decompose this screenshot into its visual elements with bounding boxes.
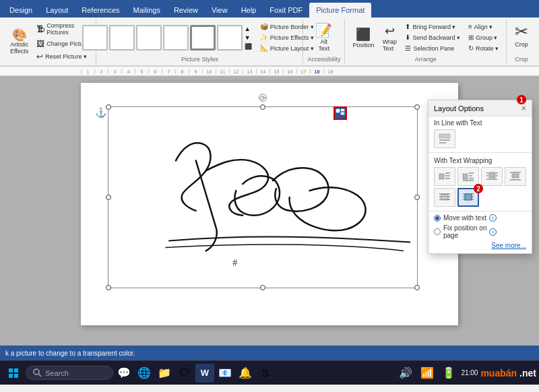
through-wrap-button[interactable] [481, 167, 503, 186]
divider-1 [429, 152, 532, 153]
layout-popup-close-button[interactable]: × [521, 103, 526, 113]
tab-bar: Design Layout References Mailings Review… [0, 0, 539, 18]
rotate-button[interactable]: ↻Rotate ▾ [465, 43, 502, 53]
handle-top-right[interactable] [414, 104, 420, 110]
behind-text-button[interactable] [434, 188, 455, 207]
arrange-col-1: ⬆Bring Forward ▾ ⬇Send Backward ▾ ☰Selec… [402, 22, 464, 53]
taskbar-bell-icon[interactable]: 🔔 [236, 364, 255, 383]
crop-button[interactable]: ✂ Crop [511, 20, 532, 50]
tab-layout[interactable]: Layout [39, 3, 75, 18]
taskbar-mail-icon[interactable]: 📧 [216, 364, 234, 383]
in-front-icon [462, 191, 475, 203]
style-thumb-2[interactable] [109, 25, 135, 51]
crop-label: Crop [515, 55, 528, 63]
style-thumb-1[interactable] [82, 25, 108, 51]
position-icon: ⬛ [356, 27, 371, 42]
style-thumb-6[interactable] [217, 25, 243, 51]
svg-point-37 [34, 369, 39, 374]
style-thumb-4[interactable] [163, 25, 189, 51]
square-wrap-button[interactable] [434, 167, 455, 186]
tab-review[interactable]: Review [167, 3, 205, 18]
svg-rect-34 [14, 368, 18, 372]
see-more-link[interactable]: See more... [429, 240, 532, 253]
fix-position-radio[interactable] [434, 228, 441, 235]
taskbar-network-icon[interactable]: 📶 [418, 364, 437, 383]
handle-middle-right[interactable] [414, 195, 420, 200]
layout-options-icon [336, 108, 345, 118]
taskbar-right: 🔊 📶 🔋 21:00 muabán .net [396, 364, 536, 383]
handle-top-left[interactable] [106, 104, 111, 110]
layout-options-trigger-button[interactable] [334, 106, 347, 120]
inline-section-title: In Line with Text [429, 117, 532, 128]
taskbar: Search 💬 🌐 📁 🛡 W 📧 🔔 S 🔊 📶 🔋 21:00 muabá… [0, 360, 539, 385]
taskbar-shield-icon[interactable]: 🛡 [175, 364, 194, 383]
fix-position-info-icon[interactable]: i [489, 228, 497, 236]
inline-icon [438, 133, 451, 145]
inline-with-text-button[interactable] [434, 129, 455, 148]
tab-help[interactable]: Help [234, 3, 263, 18]
style-scroll-down[interactable]: ▼ [244, 34, 253, 42]
tab-mailings[interactable]: Mailings [127, 3, 167, 18]
svg-rect-36 [14, 374, 18, 378]
svg-text:#: # [232, 258, 237, 268]
svg-rect-9 [445, 175, 450, 176]
windows-icon [8, 368, 19, 379]
style-more[interactable]: ⬛ [244, 42, 253, 51]
svg-rect-2 [341, 109, 344, 111]
svg-rect-18 [486, 175, 488, 176]
layout-popup-header: Layout Options × [429, 100, 532, 117]
move-with-text-radio[interactable] [434, 215, 441, 222]
signature-container[interactable]: ⚓ ⟳ [108, 106, 418, 288]
taskbar-skype-icon[interactable]: S [256, 364, 275, 383]
tab-design[interactable]: Design [3, 3, 39, 18]
compress-icon: 🗜 [36, 24, 44, 34]
ribbon-group-crop: ✂ Crop Crop [507, 19, 536, 64]
handle-bottom-middle[interactable] [260, 285, 265, 290]
style-thumb-5[interactable] [190, 25, 216, 51]
taskbar-view-icon[interactable]: 🌐 [135, 364, 154, 383]
svg-rect-8 [445, 172, 450, 174]
tab-references[interactable]: References [75, 3, 126, 18]
tab-foxit[interactable]: Foxit PDF [263, 3, 309, 18]
taskbar-folder-icon[interactable]: 📁 [155, 364, 174, 383]
svg-rect-28 [441, 195, 448, 200]
top-bottom-wrap-button[interactable] [505, 167, 526, 186]
tight-wrap-button[interactable] [457, 167, 479, 186]
taskbar-volume-icon[interactable]: 🔊 [396, 364, 415, 383]
alt-text-button[interactable]: 📝 AltText [312, 20, 336, 54]
handle-top-middle[interactable] [260, 104, 265, 110]
svg-rect-14 [469, 178, 474, 179]
tab-view[interactable]: View [205, 3, 234, 18]
align-button[interactable]: ≡Align ▾ [465, 22, 502, 32]
behind-text-icon [438, 191, 451, 203]
style-scroll-up[interactable]: ▲ [244, 25, 253, 33]
tab-picture-format[interactable]: Picture Format [309, 3, 371, 18]
handle-bottom-right[interactable] [414, 285, 420, 290]
style-thumb-3[interactable] [136, 25, 162, 51]
move-with-text-row: Move with text i [429, 213, 532, 223]
badge-1: 1 [517, 95, 526, 104]
taskbar-battery-icon[interactable]: 🔋 [439, 364, 458, 383]
svg-rect-1 [336, 109, 340, 112]
taskbar-chat-icon[interactable]: 💬 [115, 364, 133, 383]
layout-popup-title: Layout Options [434, 104, 484, 112]
send-backward-button[interactable]: ⬇Send Backward ▾ [402, 32, 464, 42]
move-with-text-info-icon[interactable]: i [489, 214, 497, 222]
taskbar-search-box[interactable]: Search [26, 366, 113, 380]
handle-bottom-left[interactable] [106, 285, 111, 290]
bring-forward-button[interactable]: ⬆Bring Forward ▾ [402, 22, 464, 32]
handle-middle-left[interactable] [106, 195, 111, 200]
start-button[interactable] [3, 364, 24, 383]
rotate-handle[interactable]: ⟳ [259, 94, 267, 102]
wrap-text-button[interactable]: ↩ WrapText [379, 22, 400, 54]
group-button[interactable]: ⊞Group ▾ [465, 32, 502, 42]
fix-position-row: Fix position onpage i [429, 223, 532, 240]
style-scroll-buttons: ▲ ▼ ⬛ [244, 25, 253, 51]
wrap-icons-row-1: 2 [429, 166, 532, 209]
in-front-of-text-button[interactable]: 2 [457, 188, 479, 207]
taskbar-word-icon[interactable]: W [195, 364, 214, 383]
position-button[interactable]: ⬛ Position [349, 25, 377, 51]
selection-pane-button[interactable]: ☰Selection Pane [402, 43, 464, 53]
badge-2: 2 [474, 184, 483, 193]
artistic-effects-button[interactable]: 🎨 ArtisticEffects [7, 27, 32, 57]
